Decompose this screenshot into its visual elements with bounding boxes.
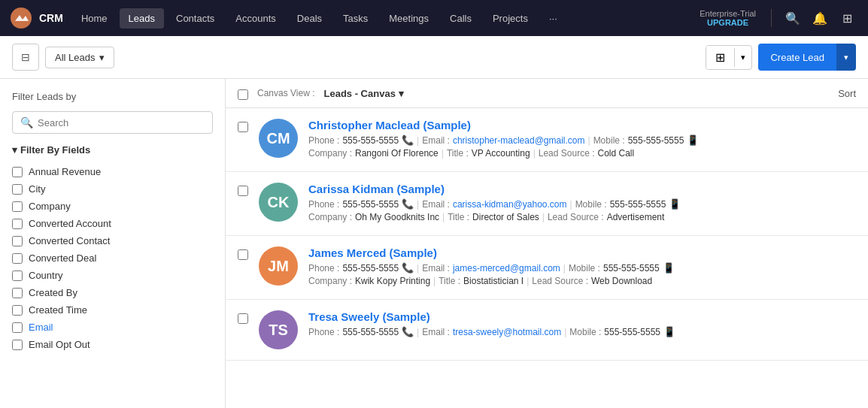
- search-input[interactable]: [38, 117, 205, 128]
- mobile-icon-2[interactable]: 📱: [663, 262, 675, 274]
- phone-label-0: Phone :: [308, 135, 339, 146]
- lead-card: CM Christopher Maclead (Sample) Phone : …: [226, 108, 868, 172]
- filter-created-time[interactable]: Created Time: [12, 301, 213, 319]
- filter-converted-contact-checkbox[interactable]: [12, 236, 23, 246]
- filter-converted-deal-checkbox[interactable]: [12, 253, 23, 264]
- add-button[interactable]: ⊞: [835, 6, 859, 30]
- filter-email[interactable]: Email: [12, 319, 213, 336]
- email-value-0[interactable]: christopher-maclead@gmail.com: [453, 135, 585, 146]
- email-value-3[interactable]: tresa-sweely@hotmail.com: [453, 327, 561, 337]
- grid-view-button[interactable]: ⊞: [706, 46, 734, 69]
- crm-label: CRM: [39, 12, 63, 24]
- filter-country[interactable]: Country: [12, 267, 213, 284]
- select-all-checkbox[interactable]: [238, 89, 248, 100]
- phone-icon-0[interactable]: 📞: [402, 134, 414, 146]
- mobile-icon-3[interactable]: 📱: [663, 326, 675, 337]
- filter-email-checkbox[interactable]: [12, 322, 23, 333]
- create-lead-arrow-button[interactable]: ▾: [836, 44, 856, 71]
- mobile-icon-0[interactable]: 📱: [687, 134, 699, 146]
- email-value-2[interactable]: james-merced@gmail.com: [453, 263, 560, 274]
- filter-annual-revenue-checkbox[interactable]: [12, 167, 23, 177]
- lead-card-2: JM James Merced (Sample) Phone : 555-555…: [226, 236, 868, 300]
- search-icon: 🔍: [20, 116, 33, 128]
- filter-created-by[interactable]: Created By: [12, 284, 213, 301]
- nav-more[interactable]: ···: [540, 8, 566, 29]
- chevron-down-icon: ▾: [399, 88, 404, 99]
- nav-divider: [771, 9, 772, 27]
- mobile-icon-1[interactable]: 📱: [669, 198, 681, 210]
- canvas-view-name-text: Leads - Canvas: [323, 88, 395, 99]
- lead-checkbox-2[interactable]: [238, 249, 248, 260]
- mobile-value-3: 555-555-5555: [604, 327, 660, 337]
- lead-checkbox-0[interactable]: [238, 122, 248, 132]
- filter-email-label: Email: [29, 322, 53, 333]
- lead-name-1[interactable]: Carissa Kidman (Sample): [308, 183, 856, 195]
- filter-created-by-checkbox[interactable]: [12, 288, 23, 298]
- logo-area: CRM: [9, 6, 63, 30]
- phone-icon-1[interactable]: 📞: [402, 198, 414, 210]
- lead-source-value-2: Web Download: [591, 276, 652, 286]
- lead-card-3: TS Tresa Sweely (Sample) Phone : 555-555…: [226, 300, 868, 361]
- filter-email-opt-out[interactable]: Email Opt Out: [12, 336, 213, 353]
- nav-tasks[interactable]: Tasks: [334, 8, 377, 29]
- filter-converted-account-checkbox[interactable]: [12, 219, 23, 229]
- upgrade-link[interactable]: UPGRADE: [707, 18, 748, 27]
- toolbar: ⊟ All Leads ▾ ⊞ ▾ Create Lead ▾: [0, 36, 868, 79]
- title-value-1: Director of Sales: [472, 212, 539, 222]
- nav-calls[interactable]: Calls: [441, 8, 481, 29]
- filter-city-checkbox[interactable]: [12, 184, 23, 195]
- search-nav-button[interactable]: 🔍: [781, 6, 805, 30]
- title-value-2: Biostatistician I: [463, 276, 524, 286]
- lead-checkbox-1[interactable]: [238, 186, 248, 196]
- nav-meetings[interactable]: Meetings: [380, 8, 438, 29]
- create-lead-main-button[interactable]: Create Lead: [758, 44, 836, 71]
- filter-converted-account[interactable]: Converted Account: [12, 215, 213, 232]
- company-value-2: Kwik Kopy Printing: [355, 276, 430, 286]
- filter-city[interactable]: City: [12, 180, 213, 198]
- lead-name-0[interactable]: Christopher Maclead (Sample): [308, 119, 856, 131]
- filter-created-time-label: Created Time: [29, 304, 87, 316]
- nav-accounts[interactable]: Accounts: [226, 8, 284, 29]
- lead-row-company-0: Company : Rangoni Of Florence | Title : …: [308, 148, 856, 159]
- lead-info-2: James Merced (Sample) Phone : 555-555-55…: [308, 246, 856, 289]
- filter-title: Filter Leads by: [12, 91, 213, 102]
- canvas-view-dropdown[interactable]: Leads - Canvas ▾: [323, 88, 403, 99]
- phone-value-1: 555-555-5555: [342, 199, 399, 210]
- lead-name-2[interactable]: James Merced (Sample): [308, 246, 856, 259]
- search-box[interactable]: 🔍: [12, 111, 213, 134]
- nav-projects[interactable]: Projects: [484, 8, 537, 29]
- filter-country-checkbox[interactable]: [12, 270, 23, 281]
- filter-converted-contact[interactable]: Converted Contact: [12, 232, 213, 249]
- main-layout: Filter Leads by 🔍 ▾ Filter By Fields Ann…: [0, 79, 868, 408]
- notifications-button[interactable]: 🔔: [808, 6, 832, 30]
- filter-icon-button[interactable]: ⊟: [12, 44, 39, 71]
- nav-contacts[interactable]: Contacts: [167, 8, 223, 29]
- chevron-down-icon: ▾: [99, 52, 105, 63]
- view-toggle-arrow[interactable]: ▾: [734, 48, 751, 67]
- sort-button[interactable]: Sort: [838, 88, 856, 99]
- view-toggle: ⊞ ▾: [706, 45, 752, 70]
- nav-leads[interactable]: Leads: [120, 8, 164, 29]
- filter-email-opt-out-checkbox[interactable]: [12, 340, 23, 350]
- nav-home[interactable]: Home: [72, 8, 117, 29]
- lead-row-company-2: Company : Kwik Kopy Printing | Title : B…: [308, 276, 856, 286]
- lead-row-phone-2: Phone : 555-555-5555 📞 | Email : james-m…: [308, 262, 856, 274]
- filter-company-checkbox[interactable]: [12, 201, 23, 212]
- lead-name-3[interactable]: Tresa Sweely (Sample): [308, 310, 856, 323]
- all-leads-dropdown[interactable]: All Leads ▾: [45, 47, 114, 68]
- filter-converted-deal[interactable]: Converted Deal: [12, 249, 213, 267]
- filter-converted-deal-label: Converted Deal: [29, 252, 96, 264]
- lead-row-phone-0: Phone : 555-555-5555 📞 | Email : christo…: [308, 134, 856, 146]
- filter-created-time-checkbox[interactable]: [12, 305, 23, 316]
- email-value-1[interactable]: carissa-kidman@yahoo.com: [453, 199, 567, 210]
- mobile-value-2: 555-555-5555: [603, 263, 660, 274]
- phone-icon-2[interactable]: 📞: [402, 262, 414, 274]
- avatar-2: JM: [259, 246, 298, 286]
- phone-icon-3[interactable]: 📞: [402, 326, 414, 337]
- filter-annual-revenue[interactable]: Annual Revenue: [12, 163, 213, 180]
- lead-checkbox-3[interactable]: [238, 313, 248, 324]
- filter-company[interactable]: Company: [12, 198, 213, 215]
- lead-info-3: Tresa Sweely (Sample) Phone : 555-555-55…: [308, 310, 856, 340]
- phone-value-3: 555-555-5555: [342, 327, 399, 337]
- nav-deals[interactable]: Deals: [288, 8, 331, 29]
